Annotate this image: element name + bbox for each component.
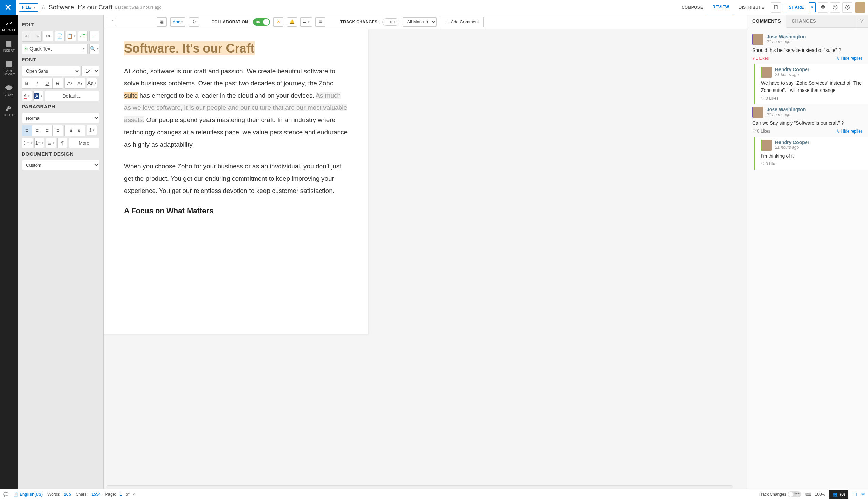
like-button[interactable]: ♡ 0 Likes (761, 162, 779, 167)
layout-mode-button[interactable]: ▦ (157, 17, 167, 27)
tab-changes[interactable]: CHANGES (786, 15, 821, 27)
align-center-button[interactable]: ≡ (32, 125, 42, 136)
reading-view-icon[interactable]: ▯▯ (852, 492, 857, 497)
collaborators-indicator[interactable]: 👥(0) (829, 490, 848, 499)
paragraph-style-select[interactable]: Normal (22, 113, 99, 123)
hide-replies-button[interactable]: ↳ Hide replies (836, 56, 863, 61)
paragraph-marks-button[interactable]: ¶ (57, 138, 68, 148)
bullet-list-button[interactable]: ⋮≡▾ (22, 138, 33, 148)
comment-thread[interactable]: Jose Washington21 hours agoCan we Say si… (747, 104, 868, 137)
like-button[interactable]: ♡ 0 Likes (761, 96, 779, 101)
comment-reply[interactable]: Hendry Cooper21 hours agoWe have to say … (755, 64, 868, 104)
tab-distribute[interactable]: DISTRIBUTE (734, 1, 769, 14)
text-case-button[interactable]: Aa▾ (87, 78, 97, 88)
compare-button[interactable]: ≣▾ (301, 17, 312, 27)
help-icon[interactable] (830, 2, 840, 13)
file-menu-button[interactable]: FILE ▾ (19, 3, 38, 12)
tab-review[interactable]: REVIEW (708, 1, 734, 14)
font-size-select[interactable]: 14 (81, 66, 99, 76)
markup-select[interactable]: All Markup (403, 17, 437, 27)
collapse-sidebar-button[interactable]: ˄ (108, 18, 116, 26)
default-font-button[interactable]: Default... (45, 91, 99, 101)
comment-avatar (761, 67, 772, 78)
language-selector[interactable]: 📄English(US) (13, 492, 43, 497)
find-replace-button[interactable]: 🔍▾ (89, 44, 99, 54)
spellcheck-button[interactable]: Abc▾ (170, 17, 185, 27)
doc-paragraph-2[interactable]: When you choose Zoho for your business o… (124, 160, 348, 197)
gear-icon[interactable] (842, 2, 852, 13)
superscript-button[interactable]: A² (65, 78, 75, 88)
notifications-icon[interactable]: 🔔 (287, 17, 297, 27)
comment-thread[interactable]: Jose Washington21 hours agoShould this b… (747, 31, 868, 64)
mail-icon[interactable]: ✉ (273, 17, 283, 27)
font-family-select[interactable]: Open Sans (22, 66, 80, 76)
top-bar: FILE ▾ ☆ Software. It's our Craft Last e… (0, 0, 868, 15)
clear-format-button[interactable]: ⟋ (89, 31, 99, 41)
chat-icon[interactable]: 💬 (3, 492, 9, 497)
line-spacing-button[interactable]: ‡▾ (87, 125, 97, 135)
align-left-button[interactable]: ≡ (22, 125, 32, 136)
bold-button[interactable]: B (22, 78, 32, 88)
refresh-button[interactable]: ↻ (189, 17, 199, 27)
font-color-button[interactable]: A▾ (22, 91, 32, 101)
tab-comments[interactable]: COMMENTS (747, 15, 786, 28)
tab-compose[interactable]: COMPOSE (677, 1, 708, 14)
mail-status-icon[interactable]: ✉ (861, 492, 865, 497)
indent-increase-button[interactable]: ⇥ (65, 125, 75, 136)
like-button[interactable]: ♡ 0 Likes (753, 129, 770, 134)
filter-icon[interactable] (855, 15, 868, 27)
app-logo[interactable] (0, 0, 16, 15)
document-canvas[interactable]: Software. It's our Craft At Zoho, softwa… (104, 29, 747, 485)
nav-view[interactable]: VIEW (0, 79, 17, 100)
align-justify-button[interactable]: ≡ (52, 125, 63, 136)
nav-insert[interactable]: INSERT (0, 35, 17, 56)
add-comment-button[interactable]: ＋Add Comment (440, 16, 484, 27)
italic-button[interactable]: I (32, 78, 42, 88)
track-changes-toggle[interactable]: OFF (382, 18, 400, 26)
share-dropdown[interactable]: ▾ (809, 2, 816, 12)
zoom-level[interactable]: 100% (815, 492, 826, 497)
strikethrough-button[interactable]: S (52, 78, 63, 88)
multilevel-list-button[interactable]: ⊟▾ (46, 138, 56, 148)
char-count[interactable]: Chars: 1554 (76, 492, 100, 497)
underline-button[interactable]: U (42, 78, 52, 88)
like-button[interactable]: ♥ 1 Likes (753, 56, 769, 61)
document-title[interactable]: Software. It's our Craft (48, 4, 112, 11)
doc-heading-2[interactable]: A Focus on What Matters (124, 206, 348, 215)
location-icon[interactable] (818, 2, 828, 13)
horizontal-scrollbar[interactable] (107, 485, 733, 489)
redo-button[interactable]: ↷ (32, 31, 42, 41)
highlight-color-button[interactable]: A▾ (33, 91, 44, 101)
doc-paragraph-1[interactable]: At Zoho, software is our craft and passi… (124, 65, 348, 151)
status-track-changes[interactable]: Track ChangesOFF (759, 491, 801, 497)
comment-reply[interactable]: Hendry Cooper21 hours agoI'm thinking of… (755, 137, 868, 170)
view-mode-button[interactable]: ▤ (315, 17, 326, 27)
more-paragraph-button[interactable]: More (69, 138, 99, 148)
collaboration-toggle[interactable]: ON (253, 18, 270, 26)
format-painter-button[interactable]: ⌐T (78, 31, 88, 41)
docdesign-select[interactable]: Custom (22, 160, 99, 170)
doc-heading-1[interactable]: Software. It's our Craft (124, 41, 348, 56)
hide-replies-button[interactable]: ↳ Hide replies (836, 129, 863, 134)
subscript-button[interactable]: A₂ (75, 78, 85, 88)
user-avatar[interactable] (855, 2, 865, 13)
nav-format[interactable]: FORMAT (0, 15, 17, 35)
comment-author: Jose Washington (767, 107, 806, 112)
share-button[interactable]: SHARE (784, 3, 809, 12)
keyboard-icon[interactable]: ⌨ (805, 492, 811, 497)
copy-button[interactable]: 📄 (54, 31, 65, 41)
comment-time: 21 hours ago (775, 72, 809, 77)
paste-button[interactable]: 📋▾ (66, 31, 76, 41)
align-right-button[interactable]: ≡ (42, 125, 52, 136)
quick-text-button[interactable]: ⎘Quick Text▾ (22, 44, 88, 54)
cut-button[interactable]: ✂ (43, 31, 53, 41)
undo-button[interactable]: ↶ (22, 31, 32, 41)
star-icon[interactable]: ☆ (41, 4, 46, 11)
clipboard-icon[interactable] (771, 2, 781, 13)
page-indicator[interactable]: Page: 1 of 4 (106, 492, 136, 497)
word-count[interactable]: Words: 265 (48, 492, 71, 497)
nav-page-layout[interactable]: PAGE LAYOUT (0, 56, 17, 79)
indent-decrease-button[interactable]: ⇤ (75, 125, 85, 136)
numbered-list-button[interactable]: 1≡▾ (34, 138, 45, 148)
nav-tools[interactable]: TOOLS (0, 100, 17, 120)
